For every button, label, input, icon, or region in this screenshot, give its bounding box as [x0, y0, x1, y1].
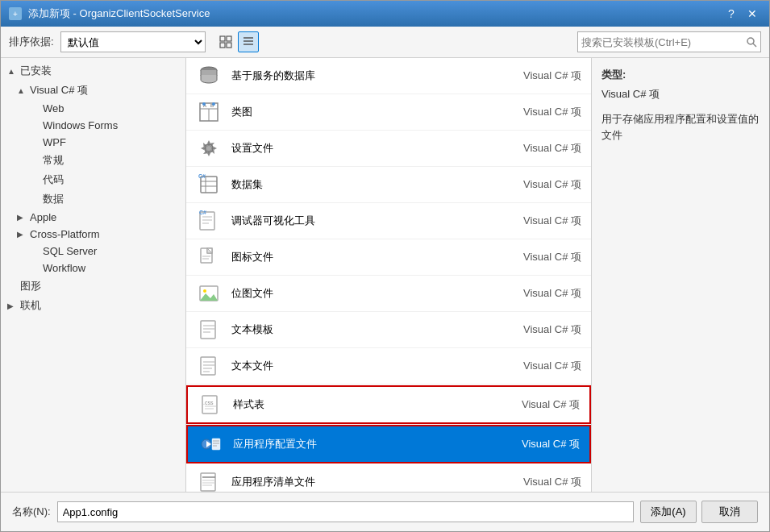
tree-item-code[interactable]: 代码 — [1, 170, 185, 189]
svg-rect-57 — [201, 473, 215, 491]
graphics-label: 图形 — [20, 279, 41, 293]
svg-rect-1 — [227, 36, 231, 41]
image-name: 位图文件 — [231, 286, 514, 301]
add-new-item-dialog: + 添加新项 - OrganizClientSocketService ? ✕ … — [0, 0, 770, 532]
svg-text:C#: C# — [199, 210, 206, 215]
resource-icon — [196, 244, 222, 270]
list-item-manifest[interactable]: 应用程序清单文件 Visual C# 项 — [186, 464, 591, 492]
data-arrow — [30, 195, 40, 204]
debug-icon: C# — [196, 208, 222, 234]
stylesheet-name: 样式表 — [233, 397, 512, 412]
class-icon: A B — [196, 99, 222, 125]
type-description: 用于存储应用程序配置和设置值的文件 — [601, 111, 760, 143]
list-item[interactable]: C# 调试器可视化工具 Visual C# 项 — [186, 203, 591, 239]
cross-platform-arrow: ▶ — [17, 230, 27, 239]
list-item[interactable]: C# 数据集 Visual C# 项 — [186, 167, 591, 203]
item-list: 基于服务的数据库 Visual C# 项 A B — [186, 58, 591, 492]
installed-label: 已安装 — [20, 64, 52, 78]
wpf-arrow — [30, 138, 40, 147]
title-buttons: ? ✕ — [722, 5, 761, 23]
debug-type: Visual C# 项 — [523, 214, 581, 228]
texttemplate-icon — [196, 317, 222, 343]
tree-item-data[interactable]: 数据 — [1, 189, 185, 209]
svg-rect-33 — [202, 256, 210, 257]
textfile-icon — [196, 353, 222, 379]
cancel-button[interactable]: 取消 — [701, 501, 758, 523]
tree-item-windows-forms[interactable]: Windows Forms — [1, 117, 185, 134]
tree-item-workflow[interactable]: Workflow — [1, 260, 185, 276]
close-button[interactable]: ✕ — [743, 5, 761, 23]
tree-item-machine[interactable]: ▶ 联机 — [1, 296, 185, 315]
svg-rect-34 — [202, 258, 209, 260]
dialog-icon: + — [9, 7, 22, 20]
svg-point-15 — [202, 102, 206, 106]
type-value: Visual C# 项 — [601, 87, 760, 102]
tree-item-cross-platform[interactable]: ▶ Cross-Platform — [1, 226, 185, 243]
textfile-name: 文本文件 — [231, 359, 514, 373]
resource-name: 图标文件 — [231, 250, 514, 264]
grid-view-button[interactable] — [215, 31, 236, 52]
sql-server-arrow — [30, 247, 40, 256]
workflow-label: Workflow — [43, 262, 85, 274]
web-arrow — [30, 104, 40, 113]
tree-item-general[interactable]: 常规 — [1, 151, 185, 170]
resource-type: Visual C# 项 — [523, 250, 581, 264]
help-button[interactable]: ? — [722, 5, 740, 23]
view-toggle — [215, 31, 259, 52]
appconfig-type: Visual C# 项 — [522, 437, 580, 451]
svg-point-36 — [203, 289, 206, 293]
list-item-appconfig[interactable]: 应用程序配置文件 Visual C# 项 — [186, 425, 591, 463]
visual-csharp-arrow: ▲ — [17, 86, 27, 95]
svg-text:C#: C# — [198, 173, 206, 179]
search-box — [577, 31, 761, 52]
debug-name: 调试器可视化工具 — [231, 214, 514, 228]
windows-forms-label: Windows Forms — [43, 119, 118, 131]
list-item-stylesheet[interactable]: .css 样式表 Visual C# 项 — [186, 385, 591, 424]
tree-item-installed[interactable]: ▲ 已安装 — [1, 61, 185, 81]
graphics-arrow — [7, 282, 17, 291]
list-item[interactable]: 文本模板 Visual C# 项 — [186, 312, 591, 348]
sort-select[interactable]: 默认值 — [60, 31, 206, 52]
tree-item-visual-csharp[interactable]: ▲ Visual C# 项 — [1, 81, 185, 100]
tree-item-graphics[interactable]: 图形 — [1, 276, 185, 296]
search-icon — [746, 36, 757, 48]
code-arrow — [30, 176, 40, 185]
db-service-type: Visual C# 项 — [523, 69, 581, 83]
search-button[interactable] — [746, 36, 757, 48]
windows-forms-arrow — [30, 121, 40, 130]
list-icon — [242, 35, 255, 48]
list-item[interactable]: 文本文件 Visual C# 项 — [186, 348, 591, 384]
left-tree-panel: ▲ 已安装 ▲ Visual C# 项 Web Windows Forms WP… — [1, 58, 186, 492]
list-item[interactable]: 设置文件 Visual C# 项 — [186, 131, 591, 167]
sort-label: 排序依据: — [9, 35, 54, 49]
manifest-type: Visual C# 项 — [523, 475, 581, 489]
tree-item-apple[interactable]: ▶ Apple — [1, 209, 185, 226]
list-item[interactable]: 图标文件 Visual C# 项 — [186, 239, 591, 276]
image-icon — [196, 281, 222, 306]
dataset-type: Visual C# 项 — [523, 177, 581, 192]
tree-item-web[interactable]: Web — [1, 100, 185, 117]
list-item[interactable]: A B 类图 Visual C# 项 — [186, 94, 591, 131]
main-content: ▲ 已安装 ▲ Visual C# 项 Web Windows Forms WP… — [1, 58, 769, 492]
web-label: Web — [43, 102, 65, 114]
db-service-icon — [196, 63, 222, 89]
dataset-name: 数据集 — [231, 177, 514, 192]
list-item[interactable]: 基于服务的数据库 Visual C# 项 — [186, 58, 591, 94]
settings-type: Visual C# 项 — [523, 141, 581, 156]
svg-rect-0 — [220, 36, 225, 41]
add-button[interactable]: 添加(A) — [640, 501, 697, 523]
tree-item-sql-server[interactable]: SQL Server — [1, 243, 185, 260]
list-item[interactable]: 位图文件 Visual C# 项 — [186, 276, 591, 312]
list-view-button[interactable] — [238, 31, 259, 52]
right-panel: 类型: Visual C# 项 用于存储应用程序配置和设置值的文件 — [592, 58, 769, 492]
search-input[interactable] — [581, 36, 743, 48]
grid-icon — [219, 35, 232, 48]
svg-point-7 — [747, 38, 754, 44]
texttemplate-name: 文本模板 — [231, 322, 514, 337]
wpf-label: WPF — [43, 136, 66, 148]
name-input[interactable] — [57, 501, 634, 522]
texttemplate-type: Visual C# 项 — [523, 322, 581, 337]
tree-item-wpf[interactable]: WPF — [1, 134, 185, 151]
toolbar: 排序依据: 默认值 — [1, 27, 769, 58]
apple-label: Apple — [30, 211, 56, 223]
